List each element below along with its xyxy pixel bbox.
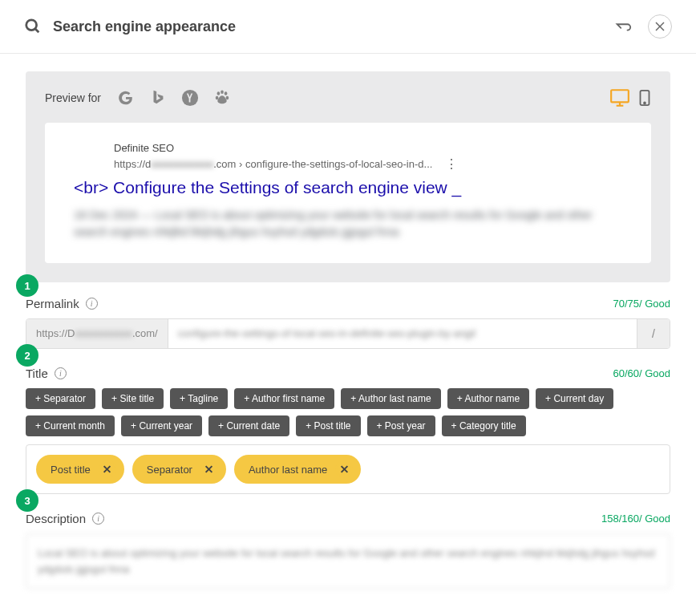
description-counter: 158/160/ Good — [601, 513, 670, 525]
remove-tag-icon[interactable] — [99, 460, 116, 478]
page-title: Search engine appearance — [53, 18, 614, 35]
svg-line-1 — [35, 29, 39, 33]
permalink-counter: 70/75/ Good — [613, 298, 670, 310]
title-label: Title — [26, 367, 48, 380]
selected-tag-label: Post title — [51, 464, 91, 476]
preview-serp-title: <br> Configure the Settings of search en… — [74, 178, 622, 197]
tag-option[interactable]: + Author first name — [234, 388, 334, 409]
remove-tag-icon[interactable] — [200, 460, 218, 478]
tag-option[interactable]: + Current date — [208, 415, 289, 436]
step-badge-3: 3 — [16, 489, 38, 512]
description-section: 3 Description i 158/160/ Good Local SEO … — [26, 512, 670, 589]
tag-option[interactable]: + Post year — [367, 415, 435, 436]
preview-url: https://dxxxxxxxxxxxx.com › configure-th… — [114, 158, 432, 170]
google-icon[interactable] — [117, 89, 135, 107]
page-header: Search engine appearance — [0, 0, 696, 54]
svg-point-5 — [217, 91, 221, 95]
tag-option[interactable]: + Separator — [26, 388, 95, 409]
svg-point-6 — [221, 90, 224, 94]
svg-point-9 — [226, 96, 229, 100]
preview-label: Preview for — [45, 91, 101, 104]
selected-tag: Post title — [36, 455, 124, 484]
title-tag-options: + Separator+ Site title+ Tagline+ Author… — [26, 388, 670, 436]
tag-option[interactable]: + Current month — [26, 415, 115, 436]
info-icon[interactable]: i — [55, 367, 67, 379]
tag-option[interactable]: + Category title — [442, 415, 526, 436]
remove-tag-icon[interactable] — [335, 460, 353, 478]
close-button[interactable] — [648, 14, 672, 38]
tag-option[interactable]: + Author last name — [341, 388, 440, 409]
close-icon — [655, 22, 665, 31]
bing-icon[interactable] — [149, 89, 167, 107]
selected-tag: Author last name — [234, 455, 361, 484]
baidu-icon[interactable] — [213, 89, 231, 107]
selected-tag: Separator — [132, 455, 226, 484]
serp-preview-card: Definite SEO https://dxxxxxxxxxxxx.com ›… — [45, 123, 651, 263]
permalink-label: Permalink — [26, 297, 79, 310]
title-counter: 60/60/ Good — [613, 367, 670, 379]
info-icon[interactable]: i — [86, 298, 98, 310]
svg-rect-10 — [611, 90, 629, 102]
mobile-icon[interactable] — [638, 89, 651, 107]
svg-point-8 — [216, 96, 219, 100]
preview-serp-description: 18 Dec 2024 — Local SEO is about optimiz… — [74, 207, 622, 241]
selected-tag-label: Author last name — [249, 464, 327, 476]
tag-option[interactable]: + Post title — [296, 415, 360, 436]
preview-site-name: Definite SEO — [114, 142, 622, 154]
svg-point-0 — [26, 20, 37, 30]
permalink-prefix: https://Dxxxxxxxxxxx.com/ — [26, 319, 168, 348]
search-icon — [24, 18, 42, 35]
permalink-input-row: https://Dxxxxxxxxxxx.com/ configure-the-… — [26, 318, 670, 349]
title-selected-tags[interactable]: Post titleSeparatorAuthor last name — [26, 444, 670, 494]
step-badge-2: 2 — [16, 344, 38, 367]
svg-point-14 — [644, 103, 645, 104]
desktop-icon[interactable] — [609, 87, 630, 108]
tag-option[interactable]: + Author name — [447, 388, 529, 409]
step-badge-1: 1 — [16, 274, 38, 297]
back-icon[interactable] — [614, 18, 632, 35]
tag-option[interactable]: + Current year — [121, 415, 202, 436]
yandex-icon[interactable] — [181, 89, 199, 107]
permalink-input[interactable]: configure-the-settings-of-local-seo-in-d… — [168, 319, 637, 348]
svg-point-7 — [225, 91, 228, 95]
tag-option[interactable]: + Current day — [536, 388, 613, 409]
permalink-section: 1 Permalink i 70/75/ Good https://Dxxxxx… — [26, 297, 670, 349]
preview-panel: Preview for Definite SEO https://dxxxxxx… — [26, 71, 670, 282]
tag-option[interactable]: + Tagline — [170, 388, 228, 409]
more-icon[interactable]: ⋮ — [445, 156, 458, 172]
selected-tag-label: Separator — [147, 464, 192, 476]
tag-option[interactable]: + Site title — [102, 388, 164, 409]
title-section: 2 Title i 60/60/ Good + Separator+ Site … — [26, 367, 670, 494]
permalink-suffix: / — [637, 319, 670, 348]
description-input[interactable]: Local SEO is about optimizing your websi… — [26, 533, 670, 589]
description-label: Description — [26, 512, 86, 525]
info-icon[interactable]: i — [92, 513, 104, 525]
